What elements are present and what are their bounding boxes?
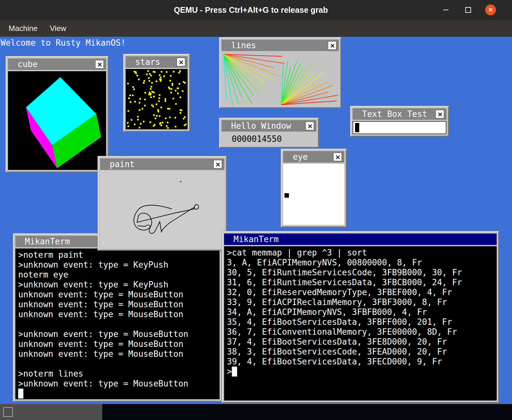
star-dot xyxy=(152,106,154,107)
terminal-line xyxy=(18,359,220,369)
window-title-text: stars xyxy=(135,57,160,67)
star-dot xyxy=(144,105,146,106)
star-dot xyxy=(130,101,131,103)
star-dot xyxy=(143,82,144,84)
taskbar-menu-button[interactable] xyxy=(3,407,13,417)
window-mikanterm-right-titlebar[interactable]: MikanTerm xyxy=(224,233,497,245)
window-close-button[interactable]: × xyxy=(436,110,445,119)
star-dot xyxy=(165,98,166,100)
qemu-titlebar[interactable]: QEMU - Press Ctrl+Alt+G to release grab … xyxy=(0,0,512,20)
window-close-button[interactable]: × xyxy=(333,153,342,162)
window-eye-titlebar[interactable]: eye × xyxy=(283,151,344,163)
star-dot xyxy=(173,98,174,99)
window-close-button[interactable]: × xyxy=(306,122,314,131)
taskbar-panel xyxy=(0,404,102,420)
star-dot xyxy=(154,71,156,73)
star-dot xyxy=(156,103,157,105)
paint-canvas-wrap[interactable] xyxy=(100,171,224,248)
terminal-line: 3, A, EfiACPIMemoryNVS, 00800000, 8, Fr xyxy=(227,258,497,268)
window-mikanterm-left: MikanTerm >noterm paint>unknown event: t… xyxy=(13,233,222,402)
text-cursor xyxy=(355,123,359,132)
star-dot xyxy=(148,77,150,79)
star-dot xyxy=(150,88,151,90)
star-dot xyxy=(155,118,156,119)
maximize-icon xyxy=(465,7,471,13)
star-dot xyxy=(181,110,182,111)
star-dot xyxy=(160,80,161,82)
window-textbox-titlebar[interactable]: Text Box Test × xyxy=(353,108,446,120)
window-stars-titlebar[interactable]: stars × xyxy=(126,56,188,68)
lines-canvas xyxy=(221,52,339,106)
star-dot xyxy=(139,127,140,128)
close-icon: × xyxy=(330,42,335,49)
star-dot xyxy=(184,116,186,118)
star-dot xyxy=(161,71,162,73)
window-title-text: eye xyxy=(293,152,308,162)
star-dot xyxy=(165,100,166,102)
star-dot xyxy=(143,121,144,122)
star-dot xyxy=(137,116,139,118)
window-close-button[interactable]: × xyxy=(328,41,337,50)
star-dot xyxy=(136,75,138,76)
window-lines-titlebar[interactable]: lines × xyxy=(221,40,339,51)
terminal-line: unknown event: type = MouseButton xyxy=(18,349,220,359)
terminal-line: noterm eye xyxy=(18,270,220,280)
star-dot xyxy=(179,70,181,72)
window-cube-titlebar[interactable]: cube × xyxy=(8,58,106,70)
terminal-line: >unknown event: type = MouseButton xyxy=(18,329,220,339)
terminal-output-right[interactable]: >cat memmap | grep ^3 | sort3, A, EfiACP… xyxy=(224,246,497,401)
cube-canvas-wrap xyxy=(8,71,106,170)
star-dot xyxy=(151,86,152,88)
window-stars: stars × xyxy=(123,54,190,132)
star-dot xyxy=(151,104,153,106)
star-dot xyxy=(147,70,149,72)
window-cube: cube × xyxy=(5,56,109,172)
menu-view[interactable]: View xyxy=(50,24,66,33)
window-paint: paint × xyxy=(97,156,227,251)
text-input[interactable] xyxy=(353,121,446,134)
star-dot xyxy=(166,71,167,73)
star-dot xyxy=(153,71,154,73)
star-dot xyxy=(167,127,169,129)
star-dot xyxy=(183,81,184,83)
close-button[interactable]: × xyxy=(485,4,496,15)
star-dot xyxy=(150,121,151,123)
star-dot xyxy=(131,119,132,121)
star-dot xyxy=(150,93,151,95)
close-icon: × xyxy=(489,6,493,13)
window-close-button[interactable]: × xyxy=(213,160,222,169)
minimize-button[interactable] xyxy=(440,4,451,15)
star-dot xyxy=(172,84,173,86)
star-dot xyxy=(128,126,129,127)
terminal-output-left[interactable]: >noterm paint>unknown event: type = KeyP… xyxy=(15,248,220,399)
star-dot xyxy=(169,117,171,118)
taskbar xyxy=(0,404,512,420)
star-dot xyxy=(173,71,175,73)
star-dot xyxy=(175,126,176,127)
window-close-button[interactable]: × xyxy=(95,60,104,69)
star-dot xyxy=(169,108,170,110)
star-dot xyxy=(158,111,159,112)
terminal-line: >unknown event: type = KeyPush xyxy=(18,280,220,290)
star-dot xyxy=(158,100,160,102)
window-close-button[interactable]: × xyxy=(177,58,186,67)
maximize-button[interactable] xyxy=(463,4,474,15)
window-hello-titlebar[interactable]: Hello Window × xyxy=(221,120,316,132)
star-dot xyxy=(134,124,136,125)
terminal-line: >unknown event: type = MouseButton xyxy=(18,379,220,389)
close-icon: × xyxy=(437,111,443,118)
eye-canvas[interactable] xyxy=(283,164,344,225)
menu-machine[interactable]: Machine xyxy=(9,24,38,33)
window-paint-titlebar[interactable]: paint × xyxy=(100,158,224,170)
window-mikanterm-right: MikanTerm >cat memmap | grep ^3 | sort3,… xyxy=(221,231,499,403)
star-dot xyxy=(138,79,140,80)
terminal-line: 30, 5, EfiRuntimeServicesCode, 3FB9B000,… xyxy=(227,268,497,278)
paint-dot xyxy=(180,181,181,182)
star-dot xyxy=(149,80,150,82)
terminal-line: >unknown event: type = KeyPush xyxy=(18,260,220,270)
lines-canvas-wrap xyxy=(221,52,339,106)
window-title-text: MikanTerm xyxy=(234,234,279,244)
window-title-text: Hello Window xyxy=(231,121,291,131)
window-title-text: Text Box Test xyxy=(362,109,427,119)
qemu-window-title: QEMU - Press Ctrl+Alt+G to release grab xyxy=(174,5,328,15)
